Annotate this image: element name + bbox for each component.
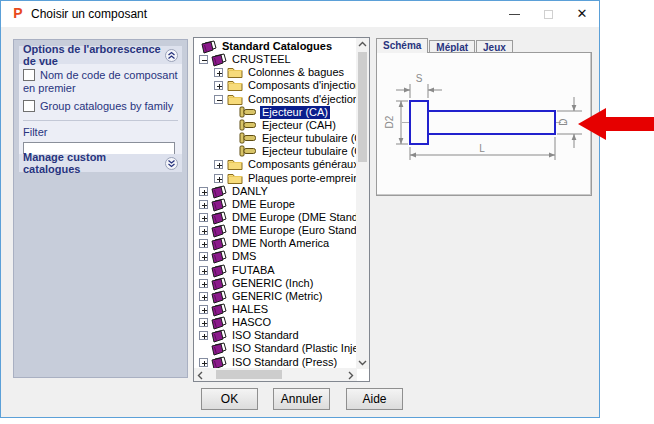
tree-item[interactable]: ISO Standard (Press) [194,356,357,368]
tree-item-label[interactable]: DME Europe (Euro Standard) [230,224,357,237]
manage-catalogues-title: Manage custom catalogues [23,151,165,175]
tree-expander[interactable] [199,226,208,235]
group-family-checkbox[interactable] [23,100,35,112]
tree-item-label[interactable]: DME Europe (DME Standard) [230,211,357,224]
tree-item-label[interactable]: ISO Standard (Press) [230,356,339,368]
tree-item[interactable]: DME Europe [194,198,357,211]
tree-item[interactable]: DME Europe (Euro Standard) [194,224,357,237]
tree-expander[interactable] [214,160,223,169]
catalogue-book-icon [211,185,227,199]
tree-expander[interactable] [199,266,208,275]
manage-catalogues-header[interactable]: Manage custom catalogues [19,154,182,172]
cancel-button[interactable]: Annuler [273,388,330,410]
tree-horizontal-scrollbar[interactable] [194,368,357,381]
expand-section-button[interactable] [165,157,178,170]
vertical-scroll-thumb[interactable] [358,52,367,162]
tree-item[interactable]: ISO Standard (Plastic Injection [194,342,357,355]
tree-item-label[interactable]: Colonnes & bagues [246,66,346,79]
help-button[interactable]: Aide [346,388,403,410]
scroll-up-icon[interactable] [358,41,367,48]
tree-item-label[interactable]: Composants d'éjection [246,93,357,106]
tree-item-label[interactable]: Ejecteur (CA) [260,106,330,119]
tree-expander[interactable] [199,279,208,288]
tree-item[interactable]: Ejecteur (CA) [194,106,357,119]
tree-item-label[interactable]: ISO Standard [230,329,301,342]
expand-plus-icon [201,268,208,275]
tree-expander[interactable] [214,174,223,183]
tree-item[interactable]: Composants d'injection [194,79,357,92]
tree-item[interactable]: DANLY [194,185,357,198]
title-bar[interactable]: P Choisir un composant ✕ [1,1,599,27]
tree-item-label[interactable]: ISO Standard (Plastic Injection [230,342,357,355]
tree-expander[interactable] [199,318,208,327]
tree-item[interactable]: Composants d'éjection [194,93,357,106]
tree-item[interactable]: DME North America [194,237,357,250]
tree-expander[interactable] [199,252,208,261]
folder-icon [227,66,243,78]
tree-item[interactable]: GENERIC (Metric) [194,290,357,303]
minimize-button[interactable] [497,1,531,27]
tree-item-label[interactable]: FUTABA [230,264,277,277]
ok-button[interactable]: OK [201,388,258,410]
scroll-down-icon[interactable] [358,359,367,366]
scroll-left-icon[interactable] [197,371,204,380]
tree-item-label[interactable]: Composants d'injection [246,79,357,92]
tree-item[interactable]: DMS [194,250,357,263]
tree-vertical-scrollbar[interactable] [356,38,369,369]
tree-item[interactable]: Standard Catalogues [194,40,357,53]
tree-expander[interactable] [199,200,208,209]
tree-item[interactable]: ISO Standard [194,329,357,342]
tree-item-label[interactable]: GENERIC (Metric) [230,290,324,303]
tree-expander[interactable] [214,81,223,90]
tree-item-label[interactable]: Ejecteur tubulaire (CSH) [260,145,357,158]
catalogue-book-icon [211,211,227,225]
tree-item[interactable]: Ejecteur tubulaire (CS) [194,132,357,145]
tree-item[interactable]: FUTABA [194,264,357,277]
tree-expander[interactable] [199,239,208,248]
tree-item-icon [227,66,243,80]
expand-plus-icon [201,281,208,288]
tree-item-label[interactable]: Composants généraux [246,158,357,171]
horizontal-scroll-thumb[interactable] [216,370,282,379]
tree-expander[interactable] [199,292,208,301]
tree-expander[interactable] [199,331,208,340]
tree-item-label[interactable]: Ejecteur (CAH) [260,119,338,132]
tree-item[interactable]: Colonnes & bagues [194,66,357,79]
tree-item-label[interactable]: CRUSTEEL [230,53,293,66]
tree-item-label[interactable]: HASCO [230,316,273,329]
tab-sch-ma[interactable]: Schéma [376,38,428,53]
tree-item[interactable]: GENERIC (Inch) [194,277,357,290]
tree-item-label[interactable]: DMS [230,250,258,263]
tree-item-label[interactable]: Ejecteur tubulaire (CS) [260,132,357,145]
tree-item-label[interactable]: DME North America [230,237,331,250]
tree-item-label[interactable]: Standard Catalogues [220,40,334,53]
view-options-header[interactable]: Options de l'arborescence de vue [19,46,182,64]
tree-expander[interactable] [199,213,208,222]
tree-expander[interactable] [199,358,208,367]
tree-item[interactable]: DME Europe (DME Standard) [194,211,357,224]
tree-item-label[interactable]: DANLY [230,185,270,198]
expand-plus-icon [201,241,208,248]
tree-item-label[interactable]: Plaques porte-empreinte ple [246,172,357,185]
tree-item[interactable]: HASCO [194,316,357,329]
tree-item[interactable]: Ejecteur tubulaire (CSH) [194,145,357,158]
tree-item[interactable]: HALES [194,303,357,316]
code-first-checkbox[interactable] [23,69,35,81]
tree-item-label[interactable]: GENERIC (Inch) [230,277,315,290]
scroll-right-icon[interactable] [347,371,354,380]
tree-expander[interactable] [214,68,223,77]
annotation-arrow-icon [570,106,654,142]
tree-item-label[interactable]: DME Europe [230,198,297,211]
tree-expander[interactable] [199,55,208,64]
close-button[interactable]: ✕ [565,1,599,27]
collapse-section-button[interactable] [165,49,178,62]
tree-expander[interactable] [199,305,208,314]
tree-expander[interactable] [199,187,208,196]
tree-item[interactable]: Plaques porte-empreinte ple [194,172,357,185]
expand-plus-icon [216,162,223,169]
tree-item[interactable]: Ejecteur (CAH) [194,119,357,132]
tree-item[interactable]: CRUSTEEL [194,53,357,66]
tree-expander[interactable] [214,95,223,104]
tree-item-label[interactable]: HALES [230,303,270,316]
tree-item[interactable]: Composants généraux [194,158,357,171]
